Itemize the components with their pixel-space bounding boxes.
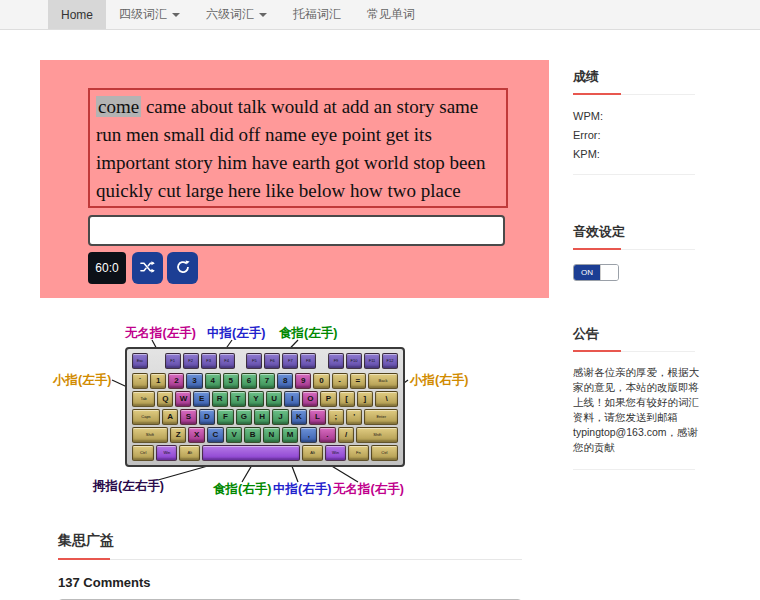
remaining-words: came about talk would at add an story sa… [96, 96, 485, 201]
wpm-label: WPM: [573, 107, 710, 126]
sound-toggle[interactable]: ON [573, 264, 619, 281]
keyboard-key: F3 [201, 353, 217, 369]
keyboard-key: Tab [132, 391, 155, 407]
keyboard-key: G [236, 409, 252, 425]
keyboard-key: ' [346, 409, 362, 425]
keyboard-key: F11 [364, 353, 380, 369]
sound-toggle-knob [600, 265, 618, 280]
nav-tab-toefl[interactable]: 托福词汇 [280, 0, 354, 29]
sound-settings-section: 音效设定 ON [573, 223, 710, 281]
keyboard-image: EscF1F2F3F4F5F6F7F8F9F10F11F12`123456789… [125, 347, 405, 467]
legend-middle-left: 中指(左手) [207, 325, 265, 342]
keyboard-key: T [230, 391, 246, 407]
keyboard-key: W [175, 391, 191, 407]
keyboard-key: - [332, 373, 348, 389]
keyboard-key: Z [170, 427, 187, 443]
keyboard-key: E [193, 391, 209, 407]
keyboard-key: C [207, 427, 224, 443]
keyboard-finger-diagram: 无名指(左手) 中指(左手) 食指(左手) 小指(左手) 小指(右手) 拇指(左… [40, 320, 520, 500]
keyboard-key: 9 [295, 373, 311, 389]
keyboard-key: M [282, 427, 299, 443]
keyboard-key: Q [157, 391, 173, 407]
keyboard-key: J [272, 409, 288, 425]
keyboard-key: X [188, 427, 205, 443]
keyboard-key: 6 [241, 373, 257, 389]
nav-tab-cet4-label: 四级词汇 [119, 6, 167, 23]
keyboard-key: 5 [223, 373, 239, 389]
announcement-text: 感谢各位亲的厚爱，根据大家的意见，本站的改版即将上线！如果您有较好的词汇资料，请… [573, 365, 699, 455]
keyboard-key: S [180, 409, 196, 425]
keyboard-key: K [291, 409, 307, 425]
nav-tab-cet6[interactable]: 六级词汇 [193, 0, 280, 29]
keyboard-key: F2 [183, 353, 199, 369]
typing-input[interactable] [88, 215, 505, 246]
keyboard-key: H [254, 409, 270, 425]
keyboard-key: F1 [165, 353, 181, 369]
legend-ring-left: 无名指(左手) [125, 325, 196, 342]
main-column: come came about talk would at add an sto… [40, 60, 550, 600]
nav-tab-cet6-label: 六级词汇 [206, 6, 254, 23]
keyboard-keys: EscF1F2F3F4F5F6F7F8F9F10F11F12`123456789… [132, 353, 398, 461]
keyboard-key: Shift [356, 427, 398, 443]
practice-buttons: 60:0 [88, 252, 202, 284]
nav-tab-home[interactable]: Home [48, 0, 106, 29]
keyboard-key: 3 [186, 373, 202, 389]
sound-settings-title: 音效设定 [573, 223, 695, 250]
divider [573, 174, 695, 175]
keyboard-key: 7 [259, 373, 275, 389]
keyboard-key: F8 [300, 353, 316, 369]
keyboard-key: F7 [282, 353, 298, 369]
keyboard-key: F5 [246, 353, 262, 369]
shuffle-icon [140, 260, 155, 277]
keyboard-key: . [319, 427, 336, 443]
keyboard-key: Win [325, 445, 346, 461]
keyboard-key: ; [328, 409, 344, 425]
refresh-button[interactable] [167, 252, 198, 284]
comment-count: 137 Comments [58, 575, 522, 590]
timer-button[interactable]: 60:0 [88, 252, 126, 284]
keyboard-key: Win [156, 445, 177, 461]
keyboard-key: 2 [168, 373, 184, 389]
sidebar: 成绩 WPM: Error: KPM: 音效设定 ON 公告 感谢各位亲的厚爱，… [560, 68, 710, 470]
comments-title: 集思广益 [58, 532, 522, 560]
keyboard-key: Esc [132, 353, 148, 369]
keyboard-key: Back [368, 373, 398, 389]
keyboard-key: I [284, 391, 300, 407]
keyboard-key: / [338, 427, 355, 443]
keyboard-key: Alt [302, 445, 323, 461]
keyboard-key: Enter [364, 409, 398, 425]
keyboard-key: F4 [219, 353, 235, 369]
comments-section: 集思广益 137 Comments [58, 532, 522, 600]
score-section: 成绩 WPM: Error: KPM: [573, 68, 710, 175]
keyboard-key: Caps [132, 409, 160, 425]
nav-tab-common-words[interactable]: 常见单词 [354, 0, 428, 29]
chevron-down-icon [172, 13, 180, 17]
keyboard-key [202, 445, 300, 461]
keyboard-key: O [302, 391, 318, 407]
current-word-highlight: come [96, 96, 141, 117]
keyboard-key: Alt [179, 445, 200, 461]
legend-thumb: 拇指(左右手) [93, 478, 164, 495]
keyboard-key: N [263, 427, 280, 443]
keyboard-key: 4 [205, 373, 221, 389]
nav-tab-cet4[interactable]: 四级词汇 [106, 0, 193, 29]
score-list: WPM: Error: KPM: [573, 107, 710, 164]
keyboard-key: 8 [277, 373, 293, 389]
announcement-section: 公告 感谢各位亲的厚爱，根据大家的意见，本站的改版即将上线！如果您有较好的词汇资… [573, 325, 710, 470]
keyboard-key: \ [375, 391, 398, 407]
refresh-icon [176, 260, 190, 277]
legend-pinky-left: 小指(左手) [53, 372, 111, 389]
keyboard-key: U [266, 391, 282, 407]
keyboard-key: Ctrl [132, 445, 154, 461]
shuffle-button[interactable] [132, 252, 163, 284]
keyboard-key: D [199, 409, 215, 425]
typing-practice-panel: come came about talk would at add an sto… [40, 60, 549, 298]
announcement-title: 公告 [573, 325, 695, 352]
keyboard-key: ] [357, 391, 373, 407]
keyboard-key: F [217, 409, 233, 425]
keyboard-key: = [350, 373, 366, 389]
keyboard-key: F6 [264, 353, 280, 369]
keyboard-key: Y [248, 391, 264, 407]
legend-middle-right: 中指(右手) [273, 481, 331, 498]
error-label: Error: [573, 126, 710, 145]
